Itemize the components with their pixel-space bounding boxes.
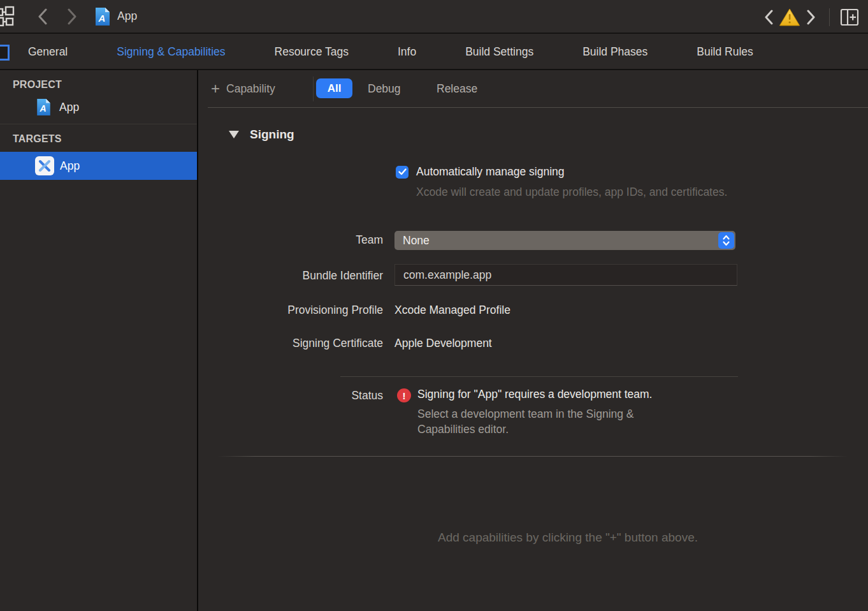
- warning-triangle-icon[interactable]: [779, 8, 800, 27]
- toolbar-right: [762, 0, 868, 34]
- project-document-icon: A: [36, 98, 51, 116]
- auto-manage-checkbox[interactable]: [396, 166, 409, 179]
- status-message: Signing for "App" requires a development…: [417, 388, 652, 401]
- signing-certificate-value: Apple Development: [394, 337, 492, 350]
- sidebar-item-project-app[interactable]: A App: [0, 93, 197, 121]
- bundle-identifier-label: Bundle Identifier: [198, 269, 383, 283]
- auto-manage-label[interactable]: Automatically manage signing: [416, 165, 565, 179]
- window-title: App: [117, 10, 137, 23]
- tab-info[interactable]: Info: [398, 45, 416, 59]
- svg-text:A: A: [40, 103, 47, 114]
- app-document-icon: A: [95, 7, 110, 26]
- project-targets-sidebar: PROJECT A App TARGETS App: [0, 70, 197, 611]
- tab-signing-capabilities[interactable]: Signing & Capabilities: [117, 45, 225, 59]
- svg-text:A: A: [98, 13, 106, 24]
- team-popup-button[interactable]: None: [394, 231, 735, 250]
- tab-build-rules[interactable]: Build Rules: [697, 45, 753, 59]
- filter-all-button[interactable]: All: [316, 78, 352, 98]
- section-end-divider: [217, 456, 848, 457]
- signing-section-title: Signing: [250, 128, 294, 142]
- toolbar: A App: [0, 0, 868, 34]
- signing-section-header: Signing: [228, 128, 294, 142]
- back-chevron-icon[interactable]: [35, 8, 50, 26]
- sidebar-item-target-app[interactable]: App: [0, 152, 197, 180]
- related-items-icon[interactable]: [0, 6, 18, 27]
- app-target-icon: [35, 156, 54, 175]
- empty-state-hint: Add capabilities by clicking the "+" but…: [267, 531, 868, 545]
- capability-bar-bottom-divider: [208, 107, 868, 108]
- tab-build-settings[interactable]: Build Settings: [465, 45, 533, 59]
- add-capability-label: Capability: [226, 82, 275, 96]
- project-section-header: PROJECT: [0, 70, 197, 91]
- target-item-label: App: [60, 159, 80, 173]
- auto-manage-help-text: Xcode will create and update profiles, a…: [416, 184, 735, 200]
- auto-manage-signing-row: Automatically manage signing: [396, 165, 565, 179]
- previous-issue-chevron-icon[interactable]: [762, 9, 776, 26]
- targets-section-header: TARGETS: [0, 124, 197, 145]
- toolbar-divider: [829, 8, 830, 26]
- forward-chevron-icon[interactable]: [64, 8, 80, 26]
- next-issue-chevron-icon[interactable]: [804, 9, 818, 26]
- tab-resource-tags[interactable]: Resource Tags: [275, 45, 349, 59]
- xcode-window: A App: [0, 0, 868, 611]
- capability-bar-divider: [313, 77, 314, 101]
- filter-debug-button[interactable]: Debug: [368, 82, 401, 96]
- toolbar-left: A App: [0, 0, 137, 33]
- provisioning-profile-value: Xcode Managed Profile: [394, 304, 510, 317]
- project-item-label: App: [59, 101, 79, 114]
- filter-release-button[interactable]: Release: [437, 82, 477, 96]
- add-editor-icon[interactable]: [840, 8, 859, 27]
- team-label: Team: [198, 233, 383, 247]
- document-tab-icon[interactable]: [0, 45, 10, 61]
- bundle-identifier-input[interactable]: [394, 264, 737, 286]
- tab-build-phases[interactable]: Build Phases: [582, 45, 647, 59]
- error-icon: !: [397, 388, 411, 402]
- team-value: None: [403, 234, 718, 247]
- project-editor-tabs: General Signing & Capabilities Resource …: [0, 45, 753, 59]
- status-detail: Select a development team in the Signing…: [417, 406, 685, 437]
- popup-stepper-icon: [718, 232, 734, 249]
- add-capability-button[interactable]: + Capability: [211, 80, 275, 97]
- disclosure-triangle-icon[interactable]: [228, 130, 240, 139]
- plus-icon: +: [211, 80, 220, 97]
- signing-capabilities-editor: + Capability All Debug Release Signing A…: [198, 70, 868, 611]
- signing-certificate-label: Signing Certificate: [198, 337, 383, 350]
- editor-tab-bar: General Signing & Capabilities Resource …: [0, 35, 868, 70]
- status-label: Status: [198, 389, 383, 402]
- status-divider: [340, 376, 738, 377]
- provisioning-profile-label: Provisioning Profile: [198, 304, 383, 317]
- tab-general[interactable]: General: [28, 45, 68, 59]
- capability-toolbar: + Capability All Debug Release: [198, 70, 868, 108]
